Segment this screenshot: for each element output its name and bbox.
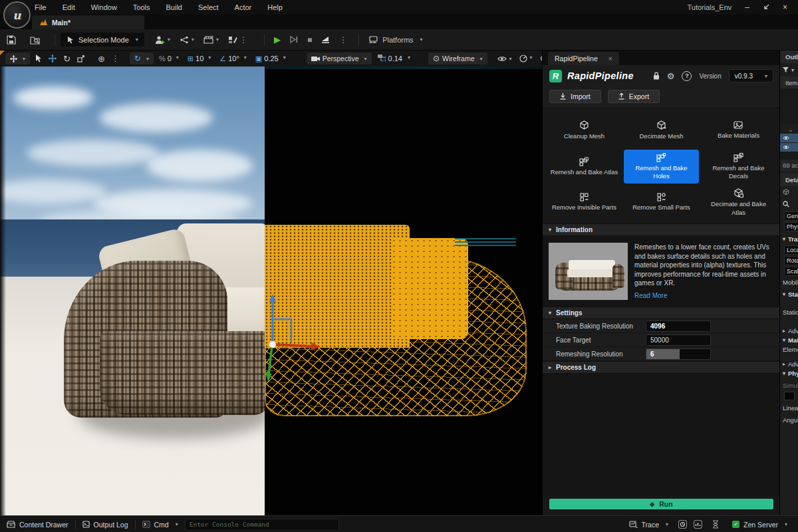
outliner-selected-row[interactable] xyxy=(780,134,798,142)
menu-build[interactable]: Build xyxy=(166,3,182,11)
window-controls: Tutorials_Env – × xyxy=(687,3,798,12)
platforms-dropdown[interactable]: Platforms xyxy=(368,36,422,44)
menu-tools[interactable]: Tools xyxy=(133,3,150,11)
tool-remesh-bake-atlas[interactable]: Remesh and Bake Atlas xyxy=(547,150,622,184)
outliner-tab[interactable]: Outliner xyxy=(780,51,798,63)
trace-dropdown[interactable]: Trace xyxy=(622,516,675,532)
tool-remove-small-parts[interactable]: Remove Small Parts xyxy=(624,186,699,219)
surface-snapping-dropdown[interactable]: ↻ xyxy=(130,53,154,65)
unreal-logo-icon[interactable]: u xyxy=(3,1,31,29)
process-log-section-header[interactable]: ▸ Process Log xyxy=(543,361,780,374)
console-command-input[interactable] xyxy=(185,519,339,531)
tool-decimate-mesh[interactable]: Decimate Mesh xyxy=(624,114,699,148)
screen-percentage-dropdown[interactable]: 0.14 xyxy=(378,55,410,63)
save-icon[interactable] xyxy=(7,35,16,45)
tool-remesh-bake-holes[interactable]: Remesh and Bake Holes xyxy=(624,150,699,184)
transform-tools-dropdown[interactable] xyxy=(5,53,30,65)
advanced-section-2[interactable]: ▸Advanced xyxy=(780,359,798,368)
tab-close-icon[interactable]: × xyxy=(608,55,612,63)
stop-button[interactable]: ■ xyxy=(307,35,312,45)
tool-remesh-bake-decals[interactable]: Remesh and Bake Decals xyxy=(701,150,776,184)
minimize-button[interactable]: – xyxy=(745,3,749,12)
frame-skip-button[interactable] xyxy=(290,36,298,43)
rotate-tool-icon[interactable]: ↻ xyxy=(63,54,70,64)
menu-window[interactable]: Window xyxy=(91,3,117,11)
menu-file[interactable]: File xyxy=(35,3,47,11)
content-drawer-button[interactable]: Content Drawer xyxy=(0,516,75,532)
physics-checkbox[interactable] xyxy=(784,392,795,400)
restore-button[interactable] xyxy=(763,4,769,11)
editor-modes-icon[interactable] xyxy=(228,35,247,45)
tab-rapidpipeline[interactable]: RapidPipeline × xyxy=(548,52,619,65)
rotation-snap-dropdown[interactable]: ∠ 10° xyxy=(219,55,247,63)
browse-content-icon[interactable] xyxy=(30,35,41,45)
output-log-button[interactable]: Output Log xyxy=(76,516,135,532)
cinematics-icon[interactable] xyxy=(203,36,219,44)
settings-gear-icon[interactable]: ⚙ xyxy=(667,71,675,81)
help-icon[interactable]: ? xyxy=(682,71,692,81)
menu-actor[interactable]: Actor xyxy=(235,3,252,11)
tool-decimate-bake-atlas[interactable]: Decimate and Bake Atlas xyxy=(701,186,776,219)
performance-dial-dropdown[interactable] xyxy=(519,55,533,63)
details-general-button[interactable]: General xyxy=(784,211,798,221)
outliner-collapse-arrow[interactable]: ⌄ xyxy=(780,124,798,134)
add-actor-icon[interactable] xyxy=(155,35,170,45)
zen-server-status[interactable]: ✓ Zen Server xyxy=(726,516,798,532)
scale-field[interactable]: Scale xyxy=(784,267,798,276)
tool-bake-materials[interactable]: Bake Materials xyxy=(701,114,776,148)
camera-perspective-dropdown[interactable]: Perspective xyxy=(307,53,372,65)
advanced-section-1[interactable]: ▸Advanced xyxy=(780,326,798,335)
physics-section[interactable]: ▾Physics xyxy=(780,368,798,378)
show-flags-dropdown[interactable] xyxy=(497,56,512,62)
materials-section[interactable]: ▾Materials xyxy=(780,335,798,345)
selection-mode-dropdown[interactable]: Selection Mode xyxy=(61,33,144,47)
tab-main-level[interactable]: Main* xyxy=(32,15,144,29)
details-search[interactable] xyxy=(780,198,798,210)
world-coordinate-icon[interactable]: ⊕ xyxy=(98,54,105,64)
location-field[interactable]: Location xyxy=(784,245,798,255)
menu-edit[interactable]: Edit xyxy=(63,3,75,11)
tool-remove-invisible-parts[interactable]: Remove Invisible Parts xyxy=(547,186,622,219)
remeshing-resolution-slider[interactable]: 6 xyxy=(646,348,711,360)
lock-icon[interactable] xyxy=(653,72,660,80)
export-button[interactable]: Export xyxy=(608,90,660,103)
view-mode-dropdown[interactable]: ⊙ Wireframe xyxy=(428,53,487,65)
scale-snap-dropdown[interactable]: ▣ 0.25 xyxy=(255,55,286,63)
cmd-dropdown[interactable]: Cmd xyxy=(136,516,185,532)
insights-icon[interactable] xyxy=(678,520,687,529)
snap-percent-dropdown[interactable]: % 0 xyxy=(159,55,179,63)
run-button[interactable]: ◆ Run xyxy=(549,499,773,509)
static-mesh-section[interactable]: ▾Static Mesh xyxy=(780,289,798,299)
version-dropdown[interactable]: v0.9.3 xyxy=(729,69,773,82)
play-options-icon[interactable] xyxy=(339,35,347,45)
close-button[interactable]: × xyxy=(783,3,787,12)
move-tool-icon[interactable] xyxy=(49,55,57,63)
rotation-field[interactable]: Rotation xyxy=(784,256,798,265)
cleanup-mesh-icon xyxy=(579,120,589,130)
transform-section[interactable]: ▾Transform xyxy=(780,233,798,244)
scale-tool-icon[interactable] xyxy=(77,55,84,63)
transform-gizmo[interactable] xyxy=(265,290,329,386)
outliner-item-label-header[interactable]: Item Label xyxy=(780,76,798,88)
launch-button[interactable] xyxy=(321,36,330,43)
tool-cleanup-mesh[interactable]: Cleanup Mesh xyxy=(547,114,622,148)
profiler-icon[interactable] xyxy=(694,520,702,529)
3d-viewport[interactable] xyxy=(0,66,542,515)
select-tool-icon[interactable] xyxy=(35,55,42,63)
outliner-filter[interactable]: ▾ xyxy=(780,63,798,76)
transform-options-icon[interactable] xyxy=(112,54,120,63)
menu-select[interactable]: Select xyxy=(198,3,219,11)
import-button[interactable]: Import xyxy=(549,90,601,103)
face-target-input[interactable]: 50000 xyxy=(646,334,711,346)
information-section-header[interactable]: ▾ Information xyxy=(543,223,780,236)
play-button[interactable]: ▶ xyxy=(274,35,281,45)
grid-snap-dropdown[interactable]: ⊞ 10 xyxy=(188,55,211,63)
outliner-selected-row[interactable] xyxy=(780,143,798,152)
details-physics-button[interactable]: Physics xyxy=(784,222,798,231)
menu-help[interactable]: Help xyxy=(267,3,283,11)
read-more-link[interactable]: Read More xyxy=(634,292,774,299)
blueprints-icon[interactable] xyxy=(180,36,194,44)
texture-baking-resolution-input[interactable]: 4096 xyxy=(646,321,711,332)
settings-section-header[interactable]: ▾ Settings xyxy=(543,307,780,319)
details-tab[interactable]: Details xyxy=(780,174,798,186)
